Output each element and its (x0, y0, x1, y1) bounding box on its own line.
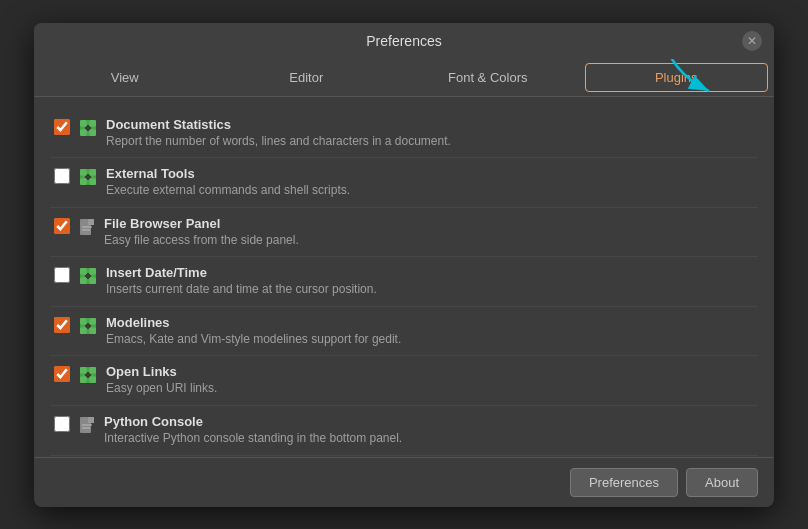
svg-rect-47 (87, 367, 90, 372)
open-links-checkbox[interactable] (54, 366, 70, 382)
puzzle-icon (78, 118, 98, 138)
puzzle-icon (78, 365, 98, 385)
svg-rect-50 (91, 374, 96, 377)
svg-rect-49 (80, 374, 85, 377)
about-button[interactable]: About (686, 468, 758, 497)
svg-rect-25 (89, 268, 96, 275)
plugin-name: Python Console (104, 414, 754, 429)
svg-rect-4 (89, 129, 96, 136)
svg-rect-45 (89, 376, 96, 383)
svg-rect-11 (89, 169, 96, 176)
list-item: Modelines Emacs, Kate and Vim-style mode… (50, 307, 758, 357)
close-button[interactable]: ✕ (742, 31, 762, 51)
svg-rect-42 (80, 367, 87, 374)
svg-rect-30 (87, 279, 90, 284)
svg-point-5 (86, 125, 91, 130)
svg-rect-15 (87, 169, 90, 174)
plugin-desc: Execute external commands and shell scri… (106, 183, 754, 199)
plugin-desc: Interactive Python console standing in t… (104, 431, 754, 447)
svg-rect-36 (89, 327, 96, 334)
plugins-list: Document Statistics Report the number of… (34, 97, 774, 457)
svg-rect-39 (87, 329, 90, 334)
file-browser-checkbox[interactable] (54, 218, 70, 234)
svg-rect-31 (80, 275, 85, 278)
plugin-name: Modelines (106, 315, 754, 330)
svg-rect-2 (89, 120, 96, 127)
svg-rect-21 (88, 219, 94, 225)
svg-rect-26 (80, 277, 87, 284)
svg-rect-32 (91, 275, 96, 278)
svg-rect-27 (89, 277, 96, 284)
tab-plugins[interactable]: Plugins (585, 63, 769, 92)
plugin-name: External Tools (106, 166, 754, 181)
plugin-desc: Easy open URI links. (106, 381, 754, 397)
document-statistics-checkbox[interactable] (54, 119, 70, 135)
list-item: Insert Date/Time Inserts current date an… (50, 257, 758, 307)
svg-rect-29 (87, 268, 90, 273)
external-tools-checkbox[interactable] (54, 168, 70, 184)
plugin-name: Document Statistics (106, 117, 754, 132)
svg-point-37 (86, 323, 91, 328)
svg-rect-16 (87, 180, 90, 185)
svg-rect-9 (91, 126, 96, 129)
puzzle-icon (78, 266, 98, 286)
dialog-footer: Preferences About (34, 457, 774, 507)
svg-rect-53 (88, 417, 94, 423)
svg-rect-18 (91, 176, 96, 179)
svg-rect-43 (89, 367, 96, 374)
preferences-button[interactable]: Preferences (570, 468, 678, 497)
svg-rect-40 (80, 324, 85, 327)
svg-rect-17 (80, 176, 85, 179)
svg-rect-7 (87, 131, 90, 136)
plugin-name: Open Links (106, 364, 754, 379)
title-bar: Preferences ✕ (34, 23, 774, 59)
file-icon (78, 217, 96, 237)
plugin-name: File Browser Panel (104, 216, 754, 231)
svg-rect-33 (80, 318, 87, 325)
list-item: Open Links Easy open URI links. (50, 356, 758, 406)
tab-font-colors[interactable]: Font & Colors (397, 59, 579, 96)
plugin-desc: Report the number of words, lines and ch… (106, 134, 754, 150)
svg-point-28 (86, 274, 91, 279)
puzzle-icon (78, 316, 98, 336)
python-console-checkbox[interactable] (54, 416, 70, 432)
svg-rect-8 (80, 126, 85, 129)
svg-rect-35 (80, 327, 87, 334)
tab-editor[interactable]: Editor (216, 59, 398, 96)
preferences-dialog: Preferences ✕ View Editor Font & Colors … (34, 23, 774, 507)
svg-rect-24 (80, 268, 87, 275)
list-item: External Tools Execute external commands… (50, 158, 758, 208)
svg-rect-41 (91, 324, 96, 327)
plugin-desc: Emacs, Kate and Vim-style modelines supp… (106, 332, 754, 348)
list-item: File Browser Panel Easy file access from… (50, 208, 758, 258)
svg-rect-48 (87, 378, 90, 383)
svg-rect-6 (87, 120, 90, 125)
puzzle-icon (78, 167, 98, 187)
insert-datetime-checkbox[interactable] (54, 267, 70, 283)
svg-point-14 (86, 175, 91, 180)
plugin-desc: Inserts current date and time at the cur… (106, 282, 754, 298)
svg-rect-10 (80, 169, 87, 176)
svg-rect-3 (80, 129, 87, 136)
svg-rect-13 (89, 178, 96, 185)
svg-rect-38 (87, 318, 90, 323)
svg-point-46 (86, 373, 91, 378)
plugin-name: Insert Date/Time (106, 265, 754, 280)
tab-view[interactable]: View (34, 59, 216, 96)
tab-bar: View Editor Font & Colors Plugins (34, 59, 774, 97)
plugin-desc: Easy file access from the side panel. (104, 233, 754, 249)
svg-rect-12 (80, 178, 87, 185)
svg-rect-1 (80, 120, 87, 127)
file-icon (78, 415, 96, 435)
list-item: Python Console Interactive Python consol… (50, 406, 758, 456)
svg-rect-44 (80, 376, 87, 383)
list-item: Document Statistics Report the number of… (50, 109, 758, 159)
svg-rect-34 (89, 318, 96, 325)
modelines-checkbox[interactable] (54, 317, 70, 333)
dialog-title: Preferences (366, 33, 441, 49)
